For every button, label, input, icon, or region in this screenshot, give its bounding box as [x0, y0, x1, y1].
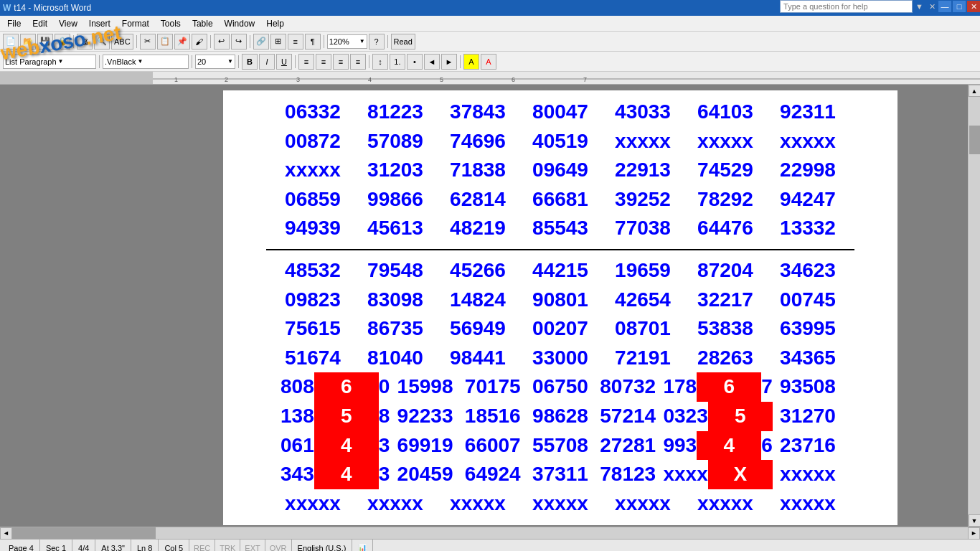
cell: 94939 — [281, 214, 345, 243]
cell: 37311 — [528, 460, 593, 489]
menu-format[interactable]: Format — [116, 17, 155, 30]
scroll-up[interactable]: ▲ — [969, 85, 981, 97]
save-button[interactable]: 💾 — [37, 34, 53, 50]
sep9 — [238, 55, 239, 68]
cell: 34343 — [281, 460, 390, 489]
hscroll-track[interactable] — [12, 527, 968, 539]
printpreview-button[interactable]: 🔍 — [94, 34, 110, 50]
cell: 93508 — [776, 372, 840, 402]
numbering-button[interactable]: 1. — [390, 54, 405, 70]
sep11 — [369, 55, 369, 68]
cell: 06332 — [281, 98, 345, 127]
maximize-button[interactable]: □ — [953, 1, 966, 12]
horizontal-scrollbar[interactable]: ◄ ► — [0, 527, 980, 539]
cell: 80047 — [528, 98, 593, 127]
menu-window[interactable]: Window — [219, 17, 261, 30]
decrease-indent[interactable]: ◄ — [424, 54, 440, 70]
zoom-combo[interactable]: 120% ▼ — [327, 34, 367, 49]
undo-button[interactable]: ↩ — [214, 34, 230, 50]
increase-indent[interactable]: ► — [441, 54, 457, 70]
cell: 06143 — [281, 431, 390, 461]
sep5 — [324, 35, 324, 48]
cell: 14824 — [446, 286, 510, 315]
menu-edit[interactable]: Edit — [27, 17, 53, 30]
document-area[interactable]: 06332 81223 37843 80047 43033 64103 9231… — [153, 85, 968, 527]
cell: 98628 — [528, 402, 593, 431]
columns-button[interactable]: ≡ — [288, 34, 303, 50]
style-combo[interactable]: List Paragraph ▼ — [3, 55, 96, 69]
fontcolor-button[interactable]: A — [481, 54, 496, 70]
line-s2-4: 80860 15998 70175 06750 80732 17867 9350… — [266, 372, 854, 402]
cell: 62814 — [446, 185, 510, 215]
open-button[interactable]: 📂 — [20, 34, 36, 50]
cell: 87204 — [693, 256, 758, 286]
cell: 78292 — [693, 185, 758, 215]
line-s2-7: 34343 20459 64924 37311 78123 xxxxX xxxx… — [266, 460, 854, 489]
scroll-right[interactable]: ► — [968, 527, 980, 540]
cell: 53838 — [693, 314, 758, 344]
align-right[interactable]: ≡ — [333, 54, 349, 70]
bold-button[interactable]: B — [242, 54, 258, 70]
vertical-scrollbar[interactable]: ▲ ▼ — [968, 85, 980, 527]
highlight-67: 6 — [697, 372, 761, 402]
sep1 — [73, 35, 74, 48]
cell: 43033 — [611, 98, 675, 127]
redo-button[interactable]: ↪ — [231, 34, 247, 50]
menu-view[interactable]: View — [53, 17, 83, 30]
cell: xxxxx — [528, 489, 593, 519]
copy-button[interactable]: 📋 — [157, 34, 173, 50]
underline-button[interactable]: U — [276, 54, 292, 70]
align-left[interactable]: ≡ — [298, 54, 314, 70]
menu-table[interactable]: Table — [187, 17, 219, 30]
cell: 13858 — [281, 402, 390, 431]
scroll-left[interactable]: ◄ — [0, 527, 12, 540]
help-dropdown[interactable]: ▼ — [915, 2, 923, 11]
cell: 00745 — [776, 286, 840, 315]
font-combo[interactable]: .VnBlack ▼ — [103, 55, 189, 69]
align-center[interactable]: ≡ — [316, 54, 331, 70]
scroll-down[interactable]: ▼ — [969, 514, 981, 527]
cell: 09823 — [281, 286, 345, 315]
cut-button[interactable]: ✂ — [140, 34, 156, 50]
linespace-button[interactable]: ↕ — [372, 54, 388, 70]
highlight-button[interactable]: A — [463, 54, 479, 70]
page[interactable]: 06332 81223 37843 80047 43033 64103 9231… — [223, 90, 897, 525]
status-ln: Ln 8 — [131, 540, 159, 551]
cell: xxxxx — [776, 460, 840, 489]
align-justify[interactable]: ≡ — [350, 54, 366, 70]
italic-button[interactable]: I — [259, 54, 275, 70]
menu-file[interactable]: File — [1, 17, 27, 30]
permissions-button[interactable]: 🔒 — [55, 34, 70, 50]
help2-button[interactable]: ? — [369, 34, 385, 50]
line-s2-5: 13858 92233 18516 98628 57214 03235 3127… — [266, 402, 854, 431]
line-s2-3: 51674 81040 98441 33000 72191 28263 3436… — [266, 344, 854, 373]
close-button[interactable]: ✕ — [967, 1, 980, 12]
new-button[interactable]: 📄 — [3, 34, 19, 50]
cell: 20459 — [393, 460, 458, 489]
menu-insert[interactable]: Insert — [83, 17, 116, 30]
minimize-button[interactable]: — — [938, 1, 951, 12]
read-button[interactable]: Read — [391, 34, 415, 50]
menu-tools[interactable]: Tools — [155, 17, 187, 30]
table-button[interactable]: ⊞ — [270, 34, 286, 50]
cell: 83098 — [363, 286, 428, 315]
print-button[interactable]: 🖨 — [77, 34, 93, 50]
cell: 64924 — [461, 460, 525, 489]
spell-button[interactable]: ABC — [111, 34, 133, 50]
cell: 33000 — [528, 344, 593, 373]
cell: 00872 — [281, 127, 345, 156]
cell: xxxxx — [693, 127, 758, 156]
line-s2-0: 48532 79548 45266 44215 19659 87204 3462… — [266, 256, 854, 286]
scroll-track[interactable] — [969, 97, 980, 514]
menu-help[interactable]: Help — [260, 17, 290, 30]
sep2 — [136, 35, 137, 48]
show-hide-button[interactable]: ¶ — [305, 34, 321, 50]
scroll-thumb[interactable] — [969, 126, 980, 154]
paste-button[interactable]: 📌 — [174, 34, 190, 50]
hscroll-thumb[interactable] — [12, 527, 156, 539]
bullets-button[interactable]: • — [407, 54, 423, 70]
size-combo[interactable]: 20 ▼ — [195, 55, 235, 69]
formatpaint-button[interactable]: 🖌 — [192, 34, 207, 50]
help-input[interactable] — [780, 0, 913, 13]
hyperlink-button[interactable]: 🔗 — [253, 34, 269, 50]
